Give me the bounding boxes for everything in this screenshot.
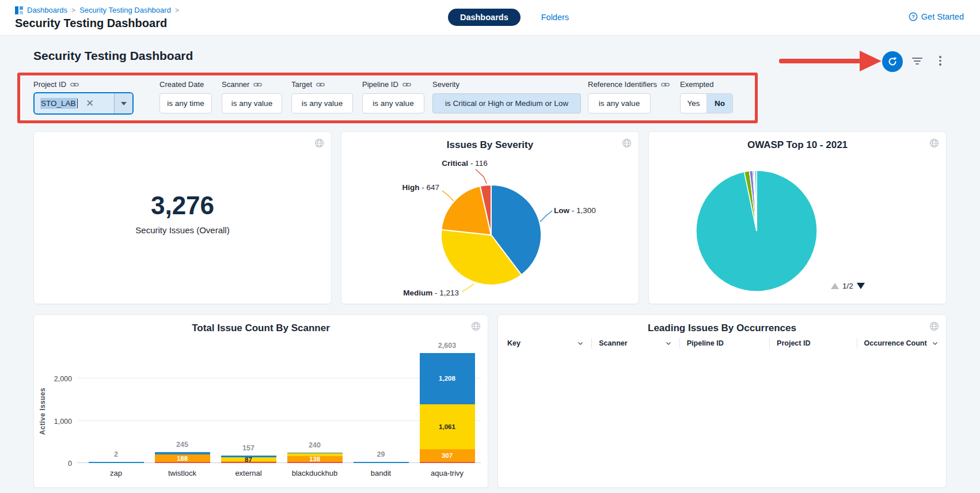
view-tabs: Dashboards Folders [37,9,980,26]
svg-text:High - 647: High - 647 [402,183,439,192]
bar-external[interactable]: 87 [221,456,276,463]
filter-button[interactable] [911,58,923,67]
owasp-top-10-pie-chart[interactable] [649,132,947,305]
clear-icon[interactable]: ✕ [86,98,94,108]
bar-segment-low[interactable] [221,456,276,458]
bar-total-label: 157 [216,444,282,452]
chevron-down-icon [666,342,671,346]
bar-segment-medium[interactable]: 87 [221,457,276,461]
bar-blackduckhub[interactable]: 138 [287,453,343,464]
pipeline-id-filter-value[interactable]: is any value [362,93,424,113]
pipeline-id-filter-label: Pipeline ID [362,80,411,89]
target-filter-label: Target [291,80,325,89]
bar-segment-low[interactable] [89,462,144,463]
bar-segment-high[interactable]: 307 [420,449,475,462]
table-header-row: KeyScannerPipeline IDProject IDOccurrenc… [498,333,946,353]
refresh-button[interactable] [882,51,903,72]
bar-segment-low[interactable] [287,453,343,454]
bar-segment-critical[interactable] [420,462,475,463]
text-cursor [77,98,78,108]
bar-segment-medium[interactable] [287,453,343,456]
bar-segment-high[interactable]: 138 [287,456,343,462]
issues-by-severity-pie-chart[interactable]: Low - 1,300Medium - 1,213High - 647Criti… [341,132,640,305]
y-axis-tick: 1,000 [34,418,72,426]
get-started-link[interactable]: ? Get Started [909,12,964,21]
chevron-down-icon [578,342,583,346]
link-icon [316,82,325,88]
y-axis-tick: 2,000 [34,375,72,383]
bar-total-label: 240 [282,441,348,449]
dashboard-heading: Security Testing Dashboard [33,49,193,63]
project-id-input[interactable]: STO_LAB ✕ [33,92,134,115]
bar-total-label: 2,603 [415,342,480,350]
svg-text:Critical - 116: Critical - 116 [442,159,487,168]
column-header-occurrence-count[interactable]: Occurrence Count [857,338,946,348]
column-header-pipeline-id[interactable]: Pipeline ID [679,338,769,348]
exempted-yes-option[interactable]: Yes [681,94,706,113]
category-label: aqua-trivy [415,469,480,477]
severity-filter-value[interactable]: is Critical or High or Medium or Low [432,93,581,113]
bar-zap[interactable] [89,462,144,463]
exempted-filter-label: Exempted [680,80,714,89]
column-header-scanner[interactable]: Scanner [591,338,679,348]
bar-total-label: 29 [348,450,414,458]
pie-pagination: 1/2 [831,282,865,290]
leading-issues-by-occurrences-card: Leading Issues By Occurrences KeyScanner… [497,314,947,488]
tab-folders[interactable]: Folders [541,13,569,22]
scanner-filter-label: Scanner [222,80,262,89]
globe-icon[interactable] [471,321,481,333]
y-axis-tick: 0 [34,460,72,468]
bar-total-label: 245 [150,441,215,449]
security-testing-dashboard-page: Dashboards > Security Testing Dashboard … [0,0,980,493]
category-label: external [216,469,282,477]
security-issues-overall-tile: 3,276 Security Issues (Overall) [33,131,332,304]
bar-twistlock[interactable]: 188 [155,452,210,463]
column-header-key[interactable]: Key [507,338,591,348]
project-id-dropdown-toggle[interactable] [114,93,132,113]
chevron-down-icon [932,342,938,346]
severity-filter-label: Severity [432,80,459,89]
pagination-label: 1/2 [842,282,853,290]
help-icon: ? [909,12,918,21]
bar-segment-medium[interactable]: 1,061 [420,404,475,449]
category-label: zap [83,469,149,477]
bar-segment-low[interactable]: 1,208 [420,353,475,404]
page-up-icon[interactable] [831,283,839,289]
globe-icon[interactable] [314,138,324,150]
page-down-icon[interactable] [857,283,865,289]
bar-segment-low[interactable] [354,462,409,463]
bar-aqua-trivy[interactable]: 3071,0611,208 [420,353,475,463]
svg-text:Medium - 1,213: Medium - 1,213 [403,289,459,297]
issues-by-severity-card: Issues By Severity Low - 1,300Medium - 1… [341,131,639,304]
bar-segment-high[interactable]: 188 [155,454,210,462]
category-label: blackduckhub [282,469,348,477]
scanner-filter-value[interactable]: is any value [222,93,282,113]
bar-bandit[interactable] [354,462,409,463]
project-id-value: STO_LAB [40,98,77,109]
reference-identifiers-filter-label: Reference Identifiers [588,80,670,89]
bar-segment-critical[interactable] [155,462,210,463]
created-date-filter-label: Created Date [159,80,204,89]
column-header-project-id[interactable]: Project ID [769,338,857,348]
top-bar: Dashboards > Security Testing Dashboard … [0,0,980,36]
refresh-icon [887,56,898,67]
more-options-button[interactable] [937,56,943,69]
total-issue-count-by-scanner-card[interactable]: Total Issue Count By Scanner Active Issu… [33,314,488,488]
bar-segment-low[interactable] [155,452,210,454]
exempted-toggle: Yes No [680,93,733,113]
created-date-filter-value[interactable]: is any time [159,93,212,113]
tab-dashboards[interactable]: Dashboards [448,9,521,26]
dashboards-grid-icon [15,6,23,14]
total-issues-value: 3,276 [34,191,331,220]
owasp-top-10-card: OWASP Top 10 - 2021 1/2 [648,131,947,304]
total-issues-label: Security Issues (Overall) [34,225,331,235]
get-started-label: Get Started [921,12,964,21]
globe-icon[interactable] [929,321,939,333]
exempted-no-option[interactable]: No [706,94,732,113]
table-body-empty [498,353,946,487]
target-filter-value[interactable]: is any value [291,93,353,113]
reference-identifiers-filter-value[interactable]: is any value [588,93,651,113]
red-annotation-arrow [779,51,882,71]
link-icon [253,82,262,88]
table-title: Leading Issues By Occurrences [498,323,946,334]
